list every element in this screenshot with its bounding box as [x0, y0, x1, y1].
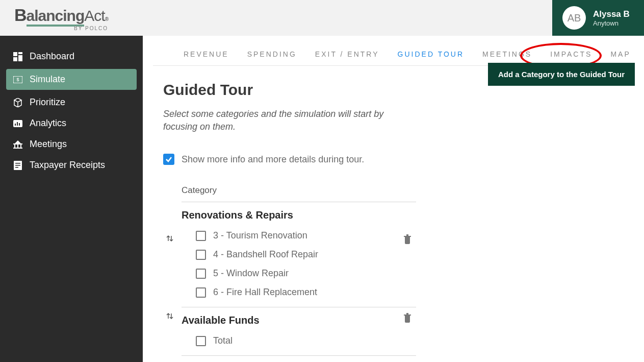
category-item-label: 4 - Bandshell Roof Repair — [213, 249, 318, 260]
user-name: Alyssa B — [593, 9, 630, 19]
show-more-label: Show more info and more details during t… — [182, 154, 364, 165]
tab-guided-tour[interactable]: GUIDED TOUR — [398, 50, 465, 58]
tab-map[interactable]: MAP — [610, 50, 630, 58]
sidebar-item-label: Dashboard — [30, 51, 74, 62]
receipts-icon — [13, 161, 22, 170]
show-more-row: Show more info and more details during t… — [163, 154, 613, 165]
sidebar-item-simulate[interactable]: $ Simulate — [6, 69, 137, 90]
category-item: 6 - Fire Hall Replacement — [182, 283, 416, 302]
category-header: Category — [182, 185, 416, 202]
svg-rect-17 — [15, 165, 20, 166]
sidebar-item-label: Simulate — [30, 74, 65, 85]
simulate-icon: $ — [13, 75, 22, 84]
sidebar-item-label: Meetings — [30, 139, 67, 150]
category-table: Category Renovations & Repairs 3 - Touri… — [182, 185, 416, 356]
sidebar-item-meetings[interactable]: Meetings — [0, 134, 143, 155]
show-more-checkbox[interactable] — [163, 154, 174, 165]
logo-subtitle: BY POLCO — [74, 26, 108, 31]
tab-spending[interactable]: SPENDING — [247, 50, 297, 58]
tab-exit-entry[interactable]: EXIT / ENTRY — [315, 50, 379, 58]
sidebar-item-label: Analytics — [30, 118, 66, 129]
sidebar-item-prioritize[interactable]: Prioritize — [0, 92, 143, 113]
category-checkbox[interactable] — [196, 269, 206, 279]
svg-rect-21 — [404, 315, 411, 316]
sidebar-item-taxpayer-receipts[interactable]: Taxpayer Receipts — [0, 155, 143, 176]
dashboard-icon — [13, 52, 22, 61]
svg-rect-22 — [406, 313, 408, 315]
category-checkbox[interactable] — [196, 287, 206, 298]
category-checkbox[interactable] — [196, 231, 206, 241]
drag-handle-icon[interactable] — [166, 311, 173, 323]
category-checkbox[interactable] — [196, 336, 206, 346]
svg-rect-19 — [404, 236, 411, 237]
svg-rect-3 — [13, 57, 17, 61]
prioritize-icon — [13, 98, 22, 107]
svg-rect-0 — [13, 52, 17, 56]
svg-rect-9 — [19, 123, 20, 126]
svg-rect-1 — [18, 52, 22, 54]
svg-rect-16 — [15, 163, 20, 164]
tabs-bar: REVENUE SPENDING EXIT / ENTRY GUIDED TOU… — [153, 36, 624, 66]
category-checkbox[interactable] — [196, 250, 206, 260]
category-item: Total — [182, 331, 416, 350]
category-group-renovations: Renovations & Repairs 3 - Tourism Renova… — [182, 202, 416, 307]
svg-rect-2 — [18, 55, 22, 61]
app-header: BalancingAct® BY POLCO AB Alyssa B Anyto… — [0, 0, 644, 36]
svg-rect-11 — [14, 144, 15, 148]
svg-text:$: $ — [16, 77, 19, 82]
svg-rect-7 — [15, 124, 16, 126]
category-item-label: Total — [213, 335, 233, 346]
svg-rect-13 — [20, 144, 21, 148]
svg-rect-10 — [13, 143, 22, 144]
tab-impacts[interactable]: IMPACTS — [550, 50, 592, 58]
category-group-available-funds: Available Funds Total — [182, 307, 416, 356]
app-logo: BalancingAct® BY POLCO — [14, 5, 108, 31]
svg-rect-18 — [15, 167, 18, 168]
tab-revenue[interactable]: REVENUE — [184, 50, 229, 58]
category-group-title: Available Funds — [182, 315, 416, 326]
sidebar-item-label: Prioritize — [30, 97, 65, 108]
analytics-icon — [13, 119, 22, 128]
svg-rect-20 — [406, 234, 408, 236]
category-item-label: 6 - Fire Hall Replacement — [213, 287, 317, 298]
svg-rect-8 — [17, 122, 18, 126]
category-item-label: 5 - Window Repair — [213, 268, 289, 279]
category-group-title: Renovations & Repairs — [182, 209, 416, 221]
logo-main: BalancingAct® — [14, 5, 108, 27]
sidebar-item-dashboard[interactable]: Dashboard — [0, 46, 143, 67]
sidebar: Dashboard $ Simulate Prioritize Analytic… — [0, 36, 143, 362]
trash-icon[interactable] — [403, 234, 412, 246]
avatar: AB — [562, 6, 586, 30]
user-menu[interactable]: AB Alyssa B Anytown — [552, 0, 644, 36]
add-category-button[interactable]: Add a Category to the Guided Tour — [488, 63, 635, 86]
sidebar-item-analytics[interactable]: Analytics — [0, 113, 143, 134]
drag-handle-icon[interactable] — [166, 234, 173, 245]
category-item-label: 3 - Tourism Renovation — [213, 230, 307, 241]
meetings-icon — [13, 140, 22, 149]
svg-rect-12 — [17, 144, 18, 148]
svg-rect-14 — [13, 148, 22, 149]
sidebar-item-label: Taxpayer Receipts — [30, 160, 105, 171]
trash-icon[interactable] — [403, 312, 412, 325]
page-description: Select some categories and the simulatio… — [163, 108, 388, 133]
user-org: Anytown — [593, 19, 630, 27]
main-content: REVENUE SPENDING EXIT / ENTRY GUIDED TOU… — [143, 36, 644, 362]
tab-meetings[interactable]: MEETINGS — [482, 50, 532, 58]
category-item: 4 - Bandshell Roof Repair — [182, 245, 416, 264]
category-item: 5 - Window Repair — [182, 264, 416, 283]
category-item: 3 - Tourism Renovation — [182, 226, 416, 245]
